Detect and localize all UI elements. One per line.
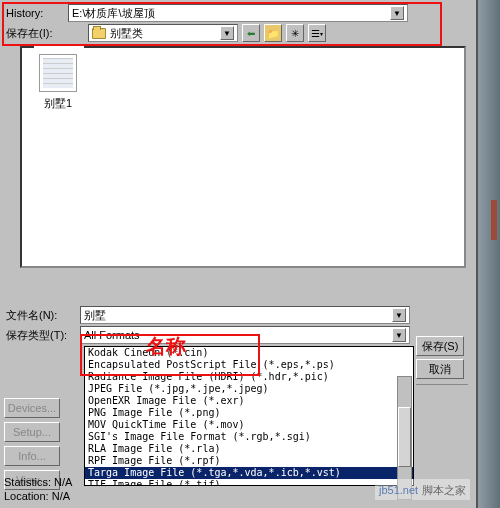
save-dialog: History: E:\材质库\坡屋顶 ▼ 保存在(I): 别墅类 ▼ ⬅ 📁 … — [0, 0, 478, 508]
file-list-area[interactable]: 别墅1 — [20, 46, 466, 268]
setup-button[interactable]: Setup... — [4, 422, 60, 442]
folder-icon — [92, 28, 106, 39]
status-area: Statistics: N/A Location: N/A — [4, 476, 204, 502]
save-in-label: 保存在(I): — [6, 26, 64, 41]
watermark: jb51.net 脚本之家 — [375, 479, 470, 500]
chevron-down-icon[interactable]: ▼ — [390, 6, 404, 20]
devices-button[interactable]: Devices... — [4, 398, 60, 418]
save-in-combo[interactable]: 别墅类 ▼ — [88, 24, 238, 42]
filetype-combo[interactable]: All Formats ▼ — [80, 326, 410, 344]
dropdown-option[interactable]: RLA Image File (*.rla) — [85, 443, 413, 455]
back-icon[interactable]: ⬅ — [242, 24, 260, 42]
right-button-column: 保存(S) 取消 — [416, 336, 468, 387]
dropdown-option[interactable]: RPF Image File (*.rpf) — [85, 455, 413, 467]
statistics-text: Statistics: N/A — [4, 476, 204, 488]
filetype-label: 保存类型(T): — [6, 328, 76, 343]
dropdown-option[interactable]: Radiance Image File (HDRI) (*.hdr,*.pic) — [85, 371, 413, 383]
chevron-down-icon[interactable]: ▼ — [392, 308, 406, 322]
filename-label: 文件名(N): — [6, 308, 76, 323]
dropdown-option[interactable]: Kodak Cineon (*.cin) — [85, 347, 413, 359]
file-item[interactable]: 别墅1 — [28, 54, 88, 111]
info-button[interactable]: Info... — [4, 446, 60, 466]
annotation-name-text: 名称 — [146, 333, 186, 360]
chevron-down-icon[interactable]: ▼ — [392, 328, 406, 342]
save-in-value: 别墅类 — [110, 26, 143, 41]
new-folder-icon[interactable]: ✳ — [286, 24, 304, 42]
history-label: History: — [6, 7, 64, 19]
save-button[interactable]: 保存(S) — [416, 336, 464, 356]
dropdown-option[interactable]: JPEG File (*.jpg,*.jpe,*.jpeg) — [85, 383, 413, 395]
filetype-value: All Formats — [84, 329, 140, 341]
views-icon[interactable]: ☰▾ — [308, 24, 326, 42]
filename-input[interactable]: 别墅 ▼ — [80, 306, 410, 324]
up-folder-icon[interactable]: 📁 — [264, 24, 282, 42]
dropdown-option[interactable]: Encapsulated PostScript File (*.eps,*.ps… — [85, 359, 413, 371]
scrollbar-thumb[interactable] — [398, 407, 411, 467]
file-item-name: 别墅1 — [28, 96, 88, 111]
cancel-button[interactable]: 取消 — [416, 359, 464, 379]
file-thumbnail-icon — [39, 54, 77, 92]
history-combo[interactable]: E:\材质库\坡屋顶 ▼ — [68, 4, 408, 22]
history-value: E:\材质库\坡屋顶 — [72, 6, 155, 21]
dropdown-option[interactable]: SGI's Image File Format (*.rgb,*.sgi) — [85, 431, 413, 443]
dropdown-option[interactable]: MOV QuickTime File (*.mov) — [85, 419, 413, 431]
filename-value: 别墅 — [84, 308, 106, 323]
dropdown-option[interactable]: PNG Image File (*.png) — [85, 407, 413, 419]
filetype-dropdown-list[interactable]: Kodak Cineon (*.cin)Encapsulated PostScr… — [84, 346, 414, 486]
location-text: Location: N/A — [4, 490, 204, 502]
chevron-down-icon[interactable]: ▼ — [220, 26, 234, 40]
dropdown-option[interactable]: OpenEXR Image File (*.exr) — [85, 395, 413, 407]
